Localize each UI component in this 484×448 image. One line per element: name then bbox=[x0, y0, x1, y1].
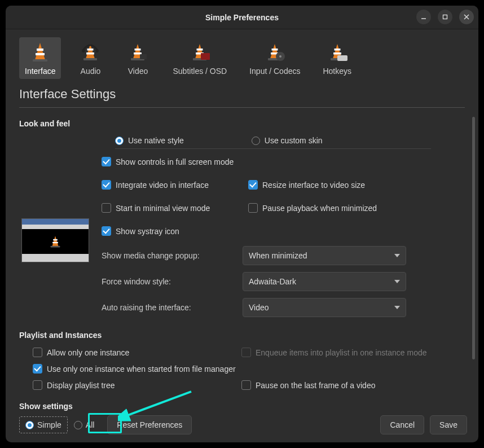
select-force-window-style[interactable]: Adwaita-Dark bbox=[243, 272, 406, 291]
save-button[interactable]: Save bbox=[430, 415, 467, 434]
select-value: Adwaita-Dark bbox=[249, 277, 296, 286]
tab-label: Input / Codecs bbox=[249, 67, 300, 76]
svg-point-29 bbox=[279, 55, 281, 58]
window-controls bbox=[416, 10, 474, 24]
divider bbox=[115, 148, 431, 149]
radio-show-simple[interactable]: Simple bbox=[19, 416, 68, 433]
svg-rect-15 bbox=[135, 49, 141, 51]
radio-label: Use native style bbox=[128, 136, 184, 145]
button-label: Cancel bbox=[390, 420, 415, 429]
chevron-down-icon bbox=[394, 254, 400, 257]
checkbox-icon bbox=[33, 364, 42, 374]
svg-rect-38 bbox=[51, 246, 60, 248]
checkbox-icon bbox=[241, 348, 251, 357]
checkbox-icon bbox=[33, 348, 42, 357]
cone-headphones-icon bbox=[78, 41, 103, 63]
checkbox-icon bbox=[248, 203, 258, 213]
svg-rect-37 bbox=[52, 242, 58, 243]
check-label: Resize interface to video size bbox=[262, 181, 365, 190]
button-label: Save bbox=[439, 420, 457, 429]
tab-label: Audio bbox=[81, 67, 101, 76]
minimize-button[interactable] bbox=[416, 10, 431, 24]
check-label: Start in minimal view mode bbox=[116, 204, 210, 213]
check-integrate-video[interactable]: Integrate video in interface bbox=[102, 180, 248, 190]
style-radio-group: Use native style Use custom skin bbox=[19, 136, 464, 145]
select-media-change-popup[interactable]: When minimized bbox=[243, 246, 406, 265]
page-title: Interface Settings bbox=[6, 82, 478, 107]
check-label: Pause on the last frame of a video bbox=[256, 381, 375, 390]
checkbox-icon bbox=[102, 203, 111, 213]
check-start-minimal[interactable]: Start in minimal view mode bbox=[102, 203, 248, 213]
svg-rect-23 bbox=[201, 53, 210, 60]
check-resize-interface[interactable]: Resize interface to video size bbox=[248, 180, 417, 190]
category-tabs: Interface Audio Video Subtitles / OSD In… bbox=[6, 29, 478, 82]
checkbox-icon bbox=[33, 380, 42, 390]
radio-icon bbox=[252, 137, 260, 145]
select-value: When minimized bbox=[249, 251, 307, 260]
radio-icon bbox=[25, 421, 34, 429]
cone-icon bbox=[28, 41, 52, 63]
preferences-window: Simple Preferences Interface Audio bbox=[6, 6, 478, 442]
svg-rect-25 bbox=[272, 49, 278, 51]
check-enqueue-one-instance: Enqueue items into playlist in one insta… bbox=[228, 348, 442, 357]
tab-interface[interactable]: Interface bbox=[19, 37, 61, 79]
tab-subtitles[interactable]: Subtitles / OSD bbox=[167, 37, 232, 79]
check-one-instance-file-manager[interactable]: Use only one instance when started from … bbox=[19, 364, 464, 374]
tab-label: Subtitles / OSD bbox=[173, 67, 227, 76]
divider bbox=[19, 107, 465, 108]
maximize-icon bbox=[442, 14, 448, 20]
check-label: Pause playback when minimized bbox=[262, 204, 377, 213]
checkbox-icon bbox=[241, 380, 251, 390]
svg-rect-1 bbox=[443, 15, 447, 19]
show-settings-radio-group: Simple All bbox=[19, 416, 100, 433]
reset-preferences-button[interactable]: Reset Preferences bbox=[107, 415, 192, 434]
svg-point-13 bbox=[95, 49, 99, 52]
cone-film-icon bbox=[125, 41, 150, 63]
check-label: Integrate video in interface bbox=[116, 181, 209, 190]
select-value: Video bbox=[249, 303, 269, 312]
select-auto-raising[interactable]: Video bbox=[243, 298, 406, 317]
svg-marker-35 bbox=[52, 236, 58, 246]
label-media-change-popup: Show media change popup: bbox=[102, 251, 237, 260]
scrollbar[interactable] bbox=[472, 117, 475, 359]
check-pause-minimized[interactable]: Pause playback when minimized bbox=[248, 203, 417, 213]
check-show-systray[interactable]: Show systray icon bbox=[102, 226, 248, 236]
svg-rect-18 bbox=[140, 54, 147, 59]
tab-audio[interactable]: Audio bbox=[72, 37, 108, 79]
maximize-button[interactable] bbox=[438, 10, 452, 24]
check-show-controls-fullscreen[interactable]: Show controls in full screen mode bbox=[102, 157, 248, 166]
check-display-playlist-tree[interactable]: Display playlist tree bbox=[19, 380, 228, 390]
preview-column bbox=[19, 157, 91, 324]
checkbox-icon bbox=[102, 180, 111, 190]
tab-label: Interface bbox=[25, 67, 55, 76]
svg-rect-10 bbox=[86, 52, 94, 55]
svg-rect-20 bbox=[197, 49, 203, 51]
svg-rect-16 bbox=[134, 52, 142, 55]
chevron-down-icon bbox=[394, 280, 400, 283]
radio-custom-skin[interactable]: Use custom skin bbox=[252, 136, 323, 145]
check-label: Display playlist tree bbox=[47, 381, 115, 390]
tab-video[interactable]: Video bbox=[120, 37, 156, 79]
svg-rect-7 bbox=[33, 59, 47, 62]
cone-text-icon bbox=[187, 41, 212, 63]
checkbox-icon bbox=[102, 226, 111, 236]
settings-body: Look and feel Use native style Use custo… bbox=[6, 112, 478, 401]
minimize-icon bbox=[420, 14, 427, 20]
radio-show-all[interactable]: All bbox=[68, 416, 101, 433]
svg-rect-5 bbox=[37, 49, 43, 51]
cancel-button[interactable]: Cancel bbox=[380, 415, 424, 434]
radio-label: Simple bbox=[37, 420, 61, 429]
tab-hotkeys[interactable]: Hotkeys bbox=[317, 37, 357, 79]
check-allow-one-instance[interactable]: Allow only one instance bbox=[19, 348, 228, 357]
check-label: Use only one instance when started from … bbox=[47, 364, 236, 374]
svg-marker-4 bbox=[35, 43, 45, 60]
svg-rect-6 bbox=[36, 53, 45, 55]
radio-native-style[interactable]: Use native style bbox=[115, 136, 184, 145]
svg-point-12 bbox=[82, 49, 85, 52]
cone-keyboard-icon bbox=[325, 41, 350, 63]
check-label: Enqueue items into playlist in one insta… bbox=[256, 348, 427, 357]
label-force-window-style: Force window style: bbox=[102, 277, 237, 286]
close-button[interactable] bbox=[459, 10, 474, 24]
check-pause-last-frame[interactable]: Pause on the last frame of a video bbox=[228, 380, 442, 390]
tab-input-codecs[interactable]: Input / Codecs bbox=[244, 37, 306, 79]
